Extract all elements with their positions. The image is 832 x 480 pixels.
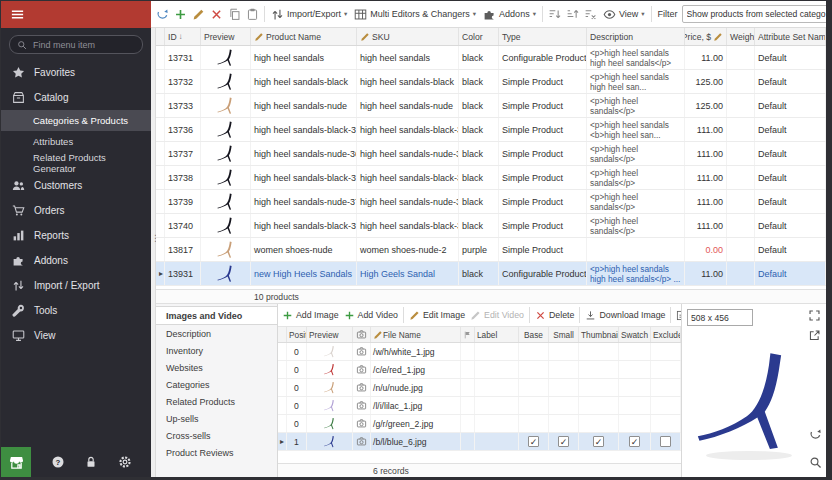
table-row[interactable]: 13731 high heel sandals high heel sandal… bbox=[156, 46, 826, 70]
add-product-button[interactable] bbox=[172, 3, 189, 25]
table-row[interactable]: 13737 high heel sandals-nude-36 high hee… bbox=[156, 142, 826, 166]
reset-sorting-button[interactable] bbox=[582, 3, 599, 25]
sidebar-item-reports[interactable]: Reports bbox=[1, 223, 151, 248]
column-header-id[interactable]: ID↓ bbox=[165, 28, 201, 45]
delete-product-button[interactable] bbox=[208, 3, 225, 25]
lock-button[interactable] bbox=[84, 455, 98, 469]
column-header-small[interactable]: Small bbox=[549, 327, 579, 342]
weight-cell bbox=[727, 46, 755, 69]
column-header-base[interactable]: Base bbox=[519, 327, 549, 342]
edit-image-button[interactable]: Edit Image bbox=[407, 305, 467, 325]
column-header-preview[interactable]: Preview bbox=[201, 28, 251, 45]
price-cell: 111.00 bbox=[685, 142, 727, 165]
column-header-sku[interactable]: SKU bbox=[357, 28, 459, 45]
base-checkbox-cell bbox=[519, 433, 549, 450]
column-header-type[interactable]: Type bbox=[499, 28, 587, 45]
app-menu-button[interactable] bbox=[1, 1, 151, 28]
column-header-preview[interactable]: Preview bbox=[307, 327, 353, 342]
sidebar-item-orders[interactable]: Orders bbox=[1, 198, 151, 223]
rotate-image-button[interactable] bbox=[809, 428, 822, 441]
exclude-checkbox[interactable] bbox=[660, 436, 671, 447]
addons-menu[interactable]: Addons ▾ bbox=[480, 3, 539, 25]
delete-image-button[interactable]: Delete bbox=[533, 305, 576, 325]
table-row[interactable]: 13740 high heel sandals-black-38 high he… bbox=[156, 214, 826, 238]
refresh-button[interactable] bbox=[154, 3, 171, 25]
column-header-thumbnail[interactable]: Thumbnail bbox=[579, 327, 619, 342]
expand-preview-button[interactable] bbox=[808, 309, 821, 322]
image-row[interactable]: 1 /b/l/blue_6.jpg bbox=[278, 433, 681, 451]
column-header-attribute-set[interactable]: Attribute Set Name bbox=[755, 28, 826, 45]
column-header-media-type[interactable] bbox=[353, 327, 371, 342]
add-video-button[interactable]: Add Video bbox=[342, 305, 400, 325]
sidebar-item-catalog[interactable]: Catalog bbox=[1, 85, 151, 110]
column-header-exclude[interactable]: Exclude bbox=[651, 327, 681, 342]
sort-ascending-button[interactable] bbox=[546, 3, 563, 25]
tab[interactable]: Related Products bbox=[156, 393, 277, 410]
sidebar-item-tools[interactable]: Tools bbox=[1, 298, 151, 323]
store-button[interactable] bbox=[1, 447, 31, 477]
sidebar-item-customers[interactable]: Customers bbox=[1, 173, 151, 198]
tab[interactable]: Product Reviews bbox=[156, 444, 277, 461]
sidebar-subitem[interactable]: Categories & Products bbox=[1, 110, 151, 131]
tab[interactable]: Inventory bbox=[156, 342, 277, 359]
view-menu[interactable]: View ▾ bbox=[600, 3, 648, 25]
table-row[interactable]: 13739 high heel sandals-nude-37 high hee… bbox=[156, 190, 826, 214]
column-header-flag[interactable] bbox=[461, 327, 475, 342]
tab[interactable]: Websites bbox=[156, 359, 277, 376]
category-filter-select[interactable]: Show products from selected categories ▾ bbox=[682, 5, 826, 23]
column-header-color[interactable]: Color bbox=[459, 28, 499, 45]
download-image-button[interactable]: Download Image bbox=[583, 305, 667, 325]
help-button[interactable] bbox=[51, 455, 65, 469]
resize-dimensions-input[interactable] bbox=[687, 309, 753, 326]
open-external-button[interactable] bbox=[808, 329, 821, 342]
multi-editors-menu[interactable]: Multi Editors & Changers ▾ bbox=[351, 3, 479, 25]
swatch-checkbox[interactable] bbox=[629, 436, 640, 447]
exclude-checkbox-cell bbox=[651, 379, 681, 396]
copy-button[interactable] bbox=[226, 3, 243, 25]
base-checkbox[interactable] bbox=[528, 436, 539, 447]
column-header-weight[interactable]: Weight bbox=[727, 28, 755, 45]
sidebar-item-import-export[interactable]: Import / Export bbox=[1, 273, 151, 298]
column-header-description[interactable]: Description bbox=[587, 28, 685, 45]
table-row[interactable]: 13732 high heel sandals-black high heel … bbox=[156, 70, 826, 94]
column-header-product-name[interactable]: Product Name bbox=[251, 28, 357, 45]
sort-descending-button[interactable] bbox=[564, 3, 581, 25]
column-header-label[interactable]: Label bbox=[475, 327, 519, 342]
tab[interactable]: Categories bbox=[156, 376, 277, 393]
sidebar-search[interactable] bbox=[9, 35, 143, 54]
table-row[interactable]: 13733 high heel sandals-nude high heel s… bbox=[156, 94, 826, 118]
sidebar-item-addons[interactable]: Addons bbox=[1, 248, 151, 273]
import-export-menu[interactable]: Import/Export ▾ bbox=[268, 3, 350, 25]
column-header-file-name[interactable]: File Name bbox=[371, 327, 461, 342]
row-indicator-column bbox=[278, 327, 287, 342]
tab[interactable]: Images and Video bbox=[156, 306, 277, 325]
zoom-image-button[interactable] bbox=[809, 456, 822, 469]
search-input[interactable] bbox=[31, 39, 135, 51]
table-row[interactable]: 13738 high heel sandals-black-37 high he… bbox=[156, 166, 826, 190]
tab[interactable]: Cross-sells bbox=[156, 427, 277, 444]
sidebar-subitem[interactable]: Attributes bbox=[1, 131, 151, 152]
settings-button[interactable] bbox=[118, 455, 132, 469]
image-row[interactable]: 0 /g/r/green_2.jpg bbox=[278, 415, 681, 433]
image-row[interactable]: 0 /w/h/white_1.jpg bbox=[278, 343, 681, 361]
tab[interactable]: Up-sells bbox=[156, 410, 277, 427]
column-header-swatch[interactable]: Swatch bbox=[619, 327, 651, 342]
table-row[interactable]: 13931 new High Heels Sandals High Geels … bbox=[156, 262, 826, 286]
image-row[interactable]: 0 /n/u/nude.jpg bbox=[278, 379, 681, 397]
column-header-position[interactable]: Position bbox=[287, 327, 307, 342]
table-row[interactable]: 13817 women shoes-nude women shoes-nude-… bbox=[156, 238, 826, 262]
small-checkbox[interactable] bbox=[558, 436, 569, 447]
image-row[interactable]: 0 /c/e/red_1.jpg bbox=[278, 361, 681, 379]
sidebar-item-favorites[interactable]: Favorites bbox=[1, 60, 151, 85]
edit-product-button[interactable] bbox=[190, 3, 207, 25]
tab[interactable]: Description bbox=[156, 325, 277, 342]
image-row[interactable]: 0 /l/i/lilac_1.jpg bbox=[278, 397, 681, 415]
add-image-button[interactable]: Add Image bbox=[280, 305, 341, 325]
table-row[interactable]: 13736 high heel sandals-black-36 high he… bbox=[156, 118, 826, 142]
sku-cell: high heel sandals-nude-37 bbox=[357, 190, 459, 213]
thumbnail-checkbox[interactable] bbox=[593, 436, 604, 447]
paste-button[interactable] bbox=[244, 3, 261, 25]
sidebar-subitem[interactable]: Related Products Generator bbox=[1, 152, 151, 173]
column-header-price[interactable]: Price, $ bbox=[685, 28, 727, 45]
sidebar-item-view[interactable]: View bbox=[1, 323, 151, 348]
